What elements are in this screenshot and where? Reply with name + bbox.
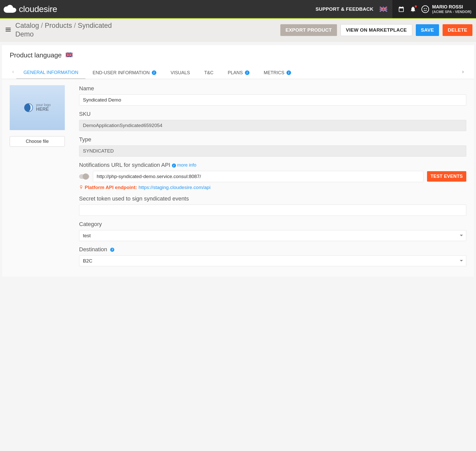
tabs-scroll-left-icon[interactable] xyxy=(10,70,16,75)
notification-dot xyxy=(415,5,417,7)
info-icon: i xyxy=(152,70,156,75)
logo-placeholder-line1: your logo xyxy=(36,103,51,107)
tab-label: END-USER INFORMATION xyxy=(93,70,150,76)
brand-prefix: clou xyxy=(19,4,34,14)
tab-plans[interactable]: PLANSi xyxy=(221,67,257,79)
action-bar: Catalog / Products / Syndicated Demo EXP… xyxy=(0,19,476,42)
name-label: Name xyxy=(79,85,466,92)
delete-button[interactable]: DELETE xyxy=(443,24,472,36)
more-info-text: more info xyxy=(177,162,196,168)
svg-point-6 xyxy=(424,8,425,9)
product-panel: Product language GENERAL INFORMATION END… xyxy=(2,45,474,277)
svg-point-7 xyxy=(426,8,427,9)
name-input[interactable] xyxy=(79,94,466,106)
breadcrumb-seg-products[interactable]: Products xyxy=(45,22,72,29)
info-icon: i xyxy=(286,70,291,75)
notifications-toggle[interactable] xyxy=(79,174,89,179)
user-org: (ACME SPA - VENDOR) xyxy=(432,10,471,14)
tabs-scroll-right-icon[interactable] xyxy=(460,70,466,75)
info-icon: i xyxy=(172,164,176,168)
calendar-icon[interactable] xyxy=(398,6,405,12)
uk-flag-icon[interactable] xyxy=(380,7,387,12)
product-language-flag-icon[interactable] xyxy=(66,53,73,58)
hamburger-icon[interactable] xyxy=(5,27,12,34)
sku-input xyxy=(79,120,466,131)
placeholder-orb-icon xyxy=(24,103,33,112)
breadcrumb: Catalog / Products / Syndicated Demo xyxy=(15,21,117,39)
product-logo-placeholder[interactable]: your logo HERE xyxy=(10,85,65,130)
info-icon[interactable]: ? xyxy=(110,248,114,252)
svg-point-5 xyxy=(422,6,429,13)
tab-metrics[interactable]: METRICSi xyxy=(257,67,298,79)
brand-suffix: desire xyxy=(34,4,57,14)
notif-label-text: Notifications URL for syndication API xyxy=(79,162,170,168)
notifications-url-input[interactable] xyxy=(93,171,423,182)
category-select[interactable]: test xyxy=(79,230,466,241)
lightbulb-icon xyxy=(79,185,83,190)
destination-select[interactable]: B2C xyxy=(79,255,466,266)
more-info-link[interactable]: i more info xyxy=(172,162,196,168)
destination-label-text: Destination xyxy=(79,246,107,253)
category-label: Category xyxy=(79,221,466,228)
tabs: GENERAL INFORMATION END-USER INFORMATION… xyxy=(2,66,474,79)
logo-placeholder-line2: HERE xyxy=(36,107,51,112)
tab-label: METRICS xyxy=(264,70,284,76)
view-on-marketplace-button[interactable]: VIEW ON MARKETPLACE xyxy=(341,24,412,36)
save-button[interactable]: SAVE xyxy=(416,24,439,36)
tab-label: T&C xyxy=(204,70,214,76)
top-bar: cloudesire SUPPORT & FEEDBACK MARIO ROSS xyxy=(0,0,476,18)
export-product-button[interactable]: EXPORT PRODUCT xyxy=(280,24,337,36)
tab-general-information[interactable]: GENERAL INFORMATION xyxy=(16,66,85,79)
brand[interactable]: cloudesire xyxy=(0,0,57,18)
type-label: Type xyxy=(79,136,466,143)
secret-token-label: Secret token used to sign syndicated eve… xyxy=(79,195,466,202)
platform-api-endpoint-url[interactable]: https://staging.cloudesire.com/api xyxy=(139,185,210,190)
breadcrumb-seg-catalog[interactable]: Catalog xyxy=(15,22,39,29)
type-input xyxy=(79,145,466,157)
sku-label: SKU xyxy=(79,111,466,117)
info-icon: i xyxy=(245,70,249,75)
notifications-url-label: Notifications URL for syndication API i … xyxy=(79,162,466,168)
user-menu[interactable]: MARIO ROSSI (ACME SPA - VENDOR) xyxy=(421,4,471,14)
svg-rect-12 xyxy=(66,55,72,55)
support-feedback-link[interactable]: SUPPORT & FEEDBACK xyxy=(316,6,373,12)
tab-label: VISUALS xyxy=(171,70,190,76)
tab-label: GENERAL INFORMATION xyxy=(23,70,78,75)
secret-token-input[interactable] xyxy=(79,205,466,216)
tab-visuals[interactable]: VISUALS xyxy=(164,67,197,79)
choose-file-button[interactable]: Choose file xyxy=(10,136,65,147)
cloud-logo-icon xyxy=(4,5,16,14)
tab-label: PLANS xyxy=(228,70,243,76)
svg-rect-4 xyxy=(380,9,387,9)
brand-text: cloudesire xyxy=(19,4,57,14)
destination-label: Destination ? xyxy=(79,246,466,253)
tab-tc[interactable]: T&C xyxy=(197,67,221,79)
bell-icon[interactable] xyxy=(410,6,416,12)
platform-api-endpoint-label: Platform API endpoint: xyxy=(85,185,137,190)
user-name: MARIO ROSSI xyxy=(432,4,471,10)
product-language-label: Product language xyxy=(10,51,62,59)
test-events-button[interactable]: TEST EVENTS xyxy=(427,171,466,182)
tab-end-user-information[interactable]: END-USER INFORMATIONi xyxy=(85,67,164,79)
avatar-icon xyxy=(421,5,429,13)
